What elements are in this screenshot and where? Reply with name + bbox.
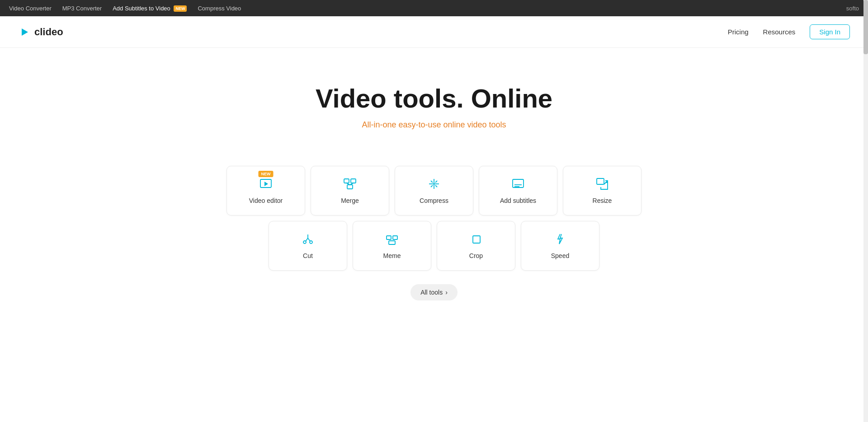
svg-rect-3: [344, 179, 349, 183]
subtitles-icon: [511, 177, 525, 192]
tool-card-add-subtitles[interactable]: Add subtitles: [479, 166, 557, 216]
all-tools-label: All tools: [420, 289, 443, 296]
scrollbar[interactable]: [863, 0, 868, 422]
svg-line-12: [431, 185, 433, 187]
hero-subtitle: All-in-one easy-to-use online video tool…: [9, 120, 859, 130]
topbar-link-add-subtitles[interactable]: Add Subtitles to Video NEW: [113, 5, 187, 12]
tool-card-crop[interactable]: Crop: [437, 221, 515, 271]
compress-label: Compress: [420, 197, 448, 204]
cut-label: Cut: [303, 252, 313, 259]
topbar-link-mp3-converter[interactable]: MP3 Converter: [62, 5, 102, 12]
tools-row-1: NEW Video editor: [226, 166, 642, 216]
logo-text: clideo: [34, 26, 63, 38]
tools-section: NEW Video editor: [0, 148, 868, 309]
video-editor-new-badge: NEW: [259, 171, 274, 177]
speed-icon: [553, 232, 567, 248]
svg-rect-25: [393, 236, 397, 239]
video-editor-label: Video editor: [249, 197, 283, 204]
resize-label: Resize: [593, 197, 612, 204]
svg-rect-27: [473, 236, 480, 243]
meme-label: Meme: [383, 252, 401, 259]
cut-icon: [301, 232, 315, 248]
compress-icon: [427, 177, 441, 192]
resources-link[interactable]: Resources: [763, 28, 796, 36]
resize-icon: [595, 177, 609, 192]
svg-line-21: [306, 238, 308, 241]
logo[interactable]: clideo: [18, 26, 63, 38]
svg-rect-24: [387, 236, 391, 239]
tool-card-cut[interactable]: Cut: [269, 221, 347, 271]
svg-rect-5: [347, 185, 353, 189]
subtitles-label: Add subtitles: [500, 197, 536, 204]
header-nav: Pricing Resources Sign In: [728, 24, 850, 39]
tool-card-video-editor[interactable]: NEW Video editor: [226, 166, 305, 216]
header: clideo Pricing Resources Sign In: [0, 16, 868, 48]
hero-title: Video tools. Online: [9, 84, 859, 113]
svg-marker-0: [22, 28, 28, 36]
topbar-links: Video Converter MP3 Converter Add Subtit…: [9, 5, 241, 12]
meme-icon: [385, 232, 399, 248]
merge-label: Merge: [341, 197, 359, 204]
svg-line-22: [308, 238, 310, 241]
topbar-link-video-converter[interactable]: Video Converter: [9, 5, 52, 12]
topbar: Video Converter MP3 Converter Add Subtit…: [0, 0, 868, 16]
speed-label: Speed: [551, 252, 569, 259]
tool-card-compress[interactable]: Compress: [395, 166, 473, 216]
tools-row-2: Cut Meme Crop: [226, 221, 642, 271]
topbar-link-compress[interactable]: Compress Video: [198, 5, 241, 12]
svg-line-13: [435, 185, 437, 187]
crop-label: Crop: [469, 252, 483, 259]
crop-icon: [469, 232, 483, 248]
pricing-link[interactable]: Pricing: [728, 28, 749, 36]
svg-rect-17: [597, 178, 604, 184]
tool-card-resize[interactable]: Resize: [563, 166, 642, 216]
tools-grid: NEW Video editor: [226, 166, 642, 271]
tool-card-merge[interactable]: Merge: [311, 166, 389, 216]
all-tools-arrow: ›: [445, 289, 448, 296]
scrollbar-thumb: [863, 0, 868, 54]
svg-line-11: [435, 181, 437, 183]
merge-icon: [343, 177, 357, 192]
svg-line-10: [431, 181, 433, 183]
tool-card-meme[interactable]: Meme: [353, 221, 431, 271]
hero: Video tools. Online All-in-one easy-to-u…: [0, 48, 868, 148]
svg-marker-2: [264, 182, 268, 186]
svg-rect-26: [389, 241, 395, 244]
tool-card-speed[interactable]: Speed: [521, 221, 599, 271]
signin-button[interactable]: Sign In: [810, 24, 850, 39]
topbar-brand: softo: [846, 5, 859, 12]
new-badge: NEW: [174, 5, 187, 12]
logo-icon: [18, 26, 31, 38]
all-tools-button[interactable]: All tools ›: [410, 284, 458, 300]
svg-rect-4: [351, 179, 356, 183]
video-editor-icon: [259, 177, 273, 192]
